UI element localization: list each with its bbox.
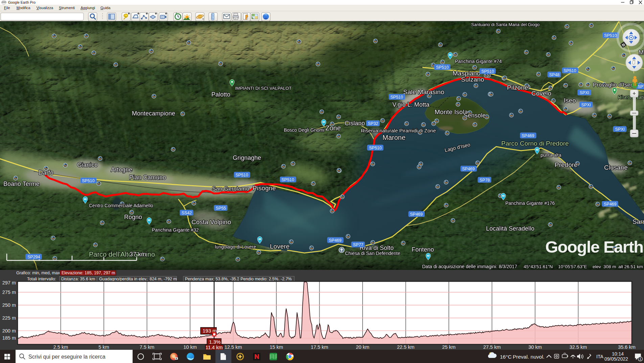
svg-text:17.5 km: 17.5 km: [311, 344, 328, 350]
svg-text:Santuario di Santa Maria del G: Santuario di Santa Maria del Giogo: [471, 22, 539, 27]
svg-text:Gianico: Gianico: [77, 162, 98, 168]
svg-text:Data di acquisizione delle imm: Data di acquisizione delle immagini: 8/3…: [422, 264, 517, 269]
svg-text:35.6 km: 35.6 km: [618, 344, 636, 350]
svg-text:Grafico: min, med, max: Grafico: min, med, max: [16, 271, 60, 275]
svg-text:185 m: 185 m: [2, 335, 16, 341]
svg-text:Google Earth: Google Earth: [545, 238, 643, 256]
svg-text:SP510: SP510: [604, 33, 617, 38]
svg-text:SP510: SP510: [281, 177, 294, 182]
svg-text:12.5 km: 12.5 km: [225, 344, 242, 350]
svg-text:Panchina Gigante #32: Panchina Gigante #32: [152, 227, 199, 233]
svg-text:225 m: 225 m: [2, 315, 16, 321]
svg-text:Scrivi qui per eseguire la ric: Scrivi qui per eseguire la ricerca: [28, 354, 106, 360]
svg-text:SPXI: SPXI: [580, 90, 590, 95]
svg-text:Costa Volpino: Costa Volpino: [191, 218, 231, 226]
svg-text:37 km: 37 km: [130, 251, 146, 258]
svg-text:200 m: 200 m: [2, 328, 16, 334]
svg-text:Elevazione: 185, 197, 297 m: Elevazione: 185, 197, 297 m: [62, 271, 115, 275]
svg-text:SP55: SP55: [216, 206, 226, 211]
svg-text:SP48: SP48: [549, 72, 560, 77]
svg-text:Iseo: Iseo: [564, 97, 576, 104]
svg-text:26.51 km: 26.51 km: [624, 264, 643, 269]
svg-text:15 km: 15 km: [270, 344, 283, 350]
svg-text:Panchina Gigante #74: Panchina Gigante #74: [455, 59, 502, 64]
svg-text:SP510: SP510: [390, 95, 403, 100]
svg-text:Riserva naturale Piramidi di Z: Riserva naturale Piramidi di Zone: [361, 128, 436, 133]
svg-text:Panchina Gigante #176: Panchina Gigante #176: [505, 200, 555, 206]
svg-text:Pilzone: Pilzone: [507, 84, 528, 91]
svg-text:5 km: 5 km: [98, 344, 109, 350]
svg-text:Provaglio d'Iseo: Provaglio d'Iseo: [593, 82, 634, 88]
svg-text:2.5 km: 2.5 km: [53, 344, 68, 350]
svg-text:SP78: SP78: [480, 178, 490, 183]
svg-text:Lovere: Lovere: [270, 243, 290, 250]
svg-text:1: 1: [639, 357, 641, 361]
svg-text:SP469: SP469: [329, 238, 342, 243]
svg-text:SP7: SP7: [638, 84, 644, 89]
svg-text:250 m: 250 m: [2, 302, 16, 308]
svg-text:Parco Corno di Predore: Parco Corno di Predore: [501, 140, 569, 147]
svg-text:Zone: Zone: [325, 124, 341, 132]
svg-text:Artogne: Artogne: [111, 166, 132, 173]
svg-text:alt: alt: [618, 264, 623, 269]
svg-text:Pisogne: Pisogne: [253, 185, 276, 192]
svg-text:45°43'51.61"N: 45°43'51.61"N: [524, 264, 553, 269]
svg-text:San Gerolamo: San Gerolamo: [212, 186, 249, 192]
svg-text:Montecampione: Montecampione: [132, 110, 175, 117]
svg-text:Clusane: Clusane: [604, 164, 628, 171]
svg-text:Pendenza max: 53.8%, -35.3%: Pendenza max: 53.8%, -35.3%: [185, 277, 243, 281]
svg-text:Pendio medio: 2.5%. -2.7%: Pendio medio: 2.5%. -2.7%: [240, 277, 292, 281]
svg-text:SPXI: SPXI: [581, 103, 591, 107]
svg-text:Grignaghe: Grignaghe: [233, 154, 261, 161]
svg-text:SP294: SP294: [27, 255, 40, 259]
svg-text:Totali intervallo:: Totali intervallo:: [27, 277, 56, 281]
svg-text:Preval. nuvol.: Preval. nuvol.: [513, 354, 545, 360]
svg-text:lungolago di Lovere: lungolago di Lovere: [215, 244, 256, 250]
svg-text:Marone: Marone: [383, 134, 406, 141]
svg-text:SP469: SP469: [604, 202, 617, 207]
svg-text:Boario Terme: Boario Terme: [3, 180, 40, 187]
svg-text:SP77: SP77: [353, 242, 364, 247]
svg-text:Sarn: Sarn: [632, 218, 644, 225]
svg-text:Pian Camuno: Pian Camuno: [129, 174, 166, 181]
svg-text:ITA: ITA: [596, 354, 603, 359]
svg-text:Covelo: Covelo: [531, 90, 551, 97]
svg-text:Sale Marasino: Sale Marasino: [403, 88, 444, 95]
svg-text:Chiesa di San Defendente: Chiesa di San Defendente: [345, 251, 400, 256]
svg-text:SP32: SP32: [368, 121, 378, 126]
svg-text:elev: elev: [593, 264, 601, 269]
svg-text:32.5 km: 32.5 km: [570, 344, 587, 350]
svg-text:Darfo: Darfo: [39, 169, 53, 176]
svg-text:SP469: SP469: [522, 133, 534, 138]
svg-text:+: +: [632, 90, 636, 96]
svg-text:Rogno: Rogno: [124, 214, 142, 220]
svg-text:09/05/2022: 09/05/2022: [604, 356, 628, 362]
svg-text:10°05'57.63"E: 10°05'57.63"E: [558, 264, 587, 269]
svg-text:Guadagno/perdita in elev.: 824: Guadagno/perdita in elev.: 824 m, -792 m: [99, 277, 177, 281]
svg-text:16°C: 16°C: [500, 354, 512, 360]
svg-text:Cislano: Cislano: [345, 120, 365, 127]
svg-text:SP510: SP510: [564, 68, 576, 73]
svg-text:Centro Commerciale Adamello: Centro Commerciale Adamello: [89, 203, 153, 208]
svg-text:SP469: SP469: [410, 212, 423, 217]
svg-text:V.gio L. Motta: V.gio L. Motta: [392, 101, 430, 108]
svg-text:SP510: SP510: [369, 146, 382, 150]
svg-text:SP510: SP510: [235, 173, 248, 177]
svg-text:1.3%: 1.3%: [209, 339, 221, 345]
svg-text:10:14: 10:14: [612, 351, 624, 357]
svg-text:Sulzano: Sulzano: [461, 76, 484, 83]
svg-text:22.5 km: 22.5 km: [397, 344, 415, 350]
svg-text:Mo: Mo: [639, 49, 644, 56]
svg-text:20 km: 20 km: [356, 344, 369, 350]
svg-text:297 m: 297 m: [2, 280, 16, 285]
svg-text:30 km: 30 km: [528, 344, 542, 350]
svg-text:SS42: SS42: [182, 211, 192, 215]
svg-text:Distanza: 35.6 km: Distanza: 35.6 km: [61, 277, 95, 281]
svg-text:7.5 km: 7.5 km: [140, 344, 155, 350]
svg-text:SPXI: SPXI: [615, 127, 625, 132]
svg-text:25 km: 25 km: [442, 344, 456, 350]
svg-text:11.4 km: 11.4 km: [206, 345, 223, 350]
svg-text:Sensole: Sensole: [464, 112, 486, 119]
svg-text:308 m: 308 m: [603, 264, 616, 269]
svg-text:Monte Isola: Monte Isola: [435, 108, 468, 115]
